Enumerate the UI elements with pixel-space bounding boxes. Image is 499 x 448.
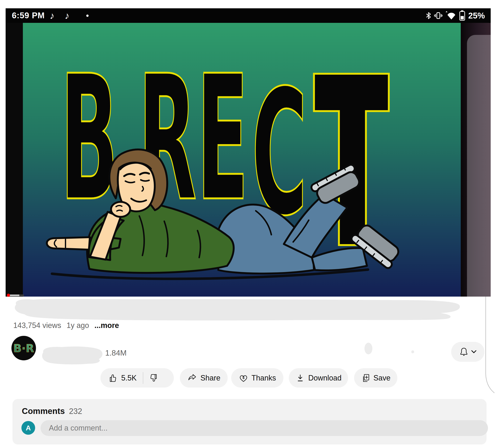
download-label: Download xyxy=(308,374,341,382)
user-avatar-letter: A xyxy=(26,424,31,432)
video-meta-line: 143,754 views 1y ago ...more xyxy=(13,321,119,330)
vibrate-icon xyxy=(434,11,443,20)
redaction-dot xyxy=(411,350,414,353)
notification-dot-icon xyxy=(86,15,88,17)
stray-stroke xyxy=(482,297,499,396)
letterbox-bar xyxy=(6,23,23,297)
add-comment-input[interactable] xyxy=(41,420,488,436)
player-right-strip xyxy=(461,23,491,297)
battery-icon xyxy=(459,10,465,21)
like-button[interactable]: 5.5K xyxy=(101,373,137,383)
logo-letter-b: B xyxy=(60,38,118,239)
like-dislike-pill: 5.5K xyxy=(101,368,174,387)
progress-playhead[interactable] xyxy=(7,294,10,297)
chevron-down-icon xyxy=(471,350,477,354)
bluetooth-icon xyxy=(426,11,431,20)
battery-percent: 25% xyxy=(468,11,485,20)
thanks-button[interactable]: $ Thanks xyxy=(231,368,283,387)
redaction-dot xyxy=(364,343,372,354)
like-count: 5.5K xyxy=(121,374,137,382)
save-playlist-icon xyxy=(361,373,371,383)
share-label: Share xyxy=(200,374,220,382)
comments-title: Comments xyxy=(22,406,65,416)
video-title-redacted[interactable] xyxy=(8,298,465,321)
svg-text:$: $ xyxy=(243,376,245,380)
strip-overlay xyxy=(467,35,491,297)
tiktok-notification-icon: ♪ xyxy=(65,10,69,21)
bell-icon xyxy=(459,347,469,357)
clock: 6:59 PM xyxy=(12,11,45,20)
share-button[interactable]: Share xyxy=(180,368,228,387)
thanks-heart-icon: $ xyxy=(239,373,248,383)
save-button[interactable]: Save xyxy=(354,368,397,387)
share-icon xyxy=(187,373,197,383)
download-button[interactable]: Download xyxy=(289,368,348,387)
more-button[interactable]: ...more xyxy=(94,321,119,330)
notifications-button[interactable] xyxy=(451,342,484,362)
video-player[interactable]: B RE C xyxy=(6,23,491,297)
thanks-label: Thanks xyxy=(251,374,276,382)
status-bar: 6:59 PM ♪ ♪ 25% xyxy=(6,8,491,23)
upload-age: 1y ago xyxy=(67,321,89,330)
progress-bar-buffer[interactable] xyxy=(9,294,19,296)
save-label: Save xyxy=(373,374,391,382)
video-thumbnail[interactable]: B RE C xyxy=(23,23,461,297)
channel-avatar[interactable]: B·R xyxy=(11,336,36,360)
download-icon xyxy=(295,373,305,383)
user-avatar[interactable]: A xyxy=(21,421,35,435)
channel-name-redacted[interactable] xyxy=(39,345,104,366)
comments-count: 232 xyxy=(69,407,82,416)
comments-section[interactable]: Comments 232 A xyxy=(13,399,486,445)
view-count: 143,754 views xyxy=(13,321,61,330)
wifi-icon xyxy=(445,11,456,20)
comments-header: Comments 232 xyxy=(22,406,82,416)
thumbs-up-icon xyxy=(108,373,118,383)
channel-logo-text: B·R xyxy=(13,342,34,354)
progress-bar-track[interactable] xyxy=(19,294,24,296)
subscriber-count: 1.84M xyxy=(105,349,127,357)
tiktok-notification-icon: ♪ xyxy=(50,10,54,21)
thumbs-down-icon[interactable] xyxy=(149,373,159,383)
pill-divider xyxy=(143,372,143,384)
